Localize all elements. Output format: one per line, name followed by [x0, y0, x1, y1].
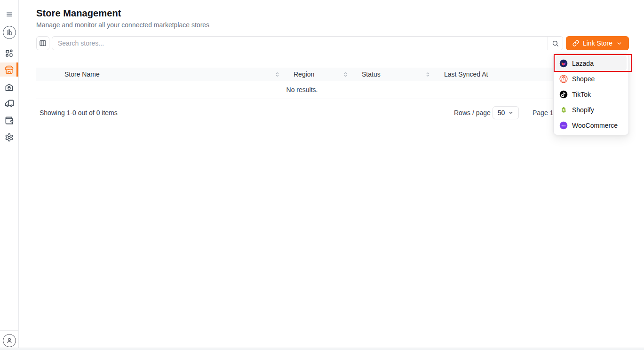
shopify-icon: S — [559, 106, 568, 114]
rows-per-page-label: Rows / page — [454, 109, 491, 117]
no-results-text: No results. — [286, 86, 318, 93]
dropdown-item-label: Lazada — [572, 60, 594, 67]
search-input[interactable] — [52, 37, 548, 50]
column-header-store-name[interactable]: Store Name — [36, 68, 287, 81]
sidebar-account-button[interactable] — [0, 330, 18, 350]
chevron-down-icon — [508, 110, 514, 116]
sidebar-item-stores[interactable] — [0, 62, 18, 77]
column-label: Status — [362, 70, 381, 78]
sidebar-item-wallet[interactable] — [0, 116, 18, 125]
menu-icon — [6, 11, 13, 17]
rows-per-page-value: 50 — [498, 109, 505, 117]
dropdown-item-woocommerce[interactable]: woo WooCommerce — [556, 117, 627, 133]
search-button[interactable] — [548, 37, 563, 50]
svg-text:S: S — [563, 109, 564, 111]
column-label: Region — [294, 70, 314, 78]
company-logo-icon — [3, 26, 16, 39]
sidebar-toggle-button[interactable] — [0, 10, 18, 18]
shopee-icon: S — [559, 75, 568, 83]
search-bar — [52, 36, 563, 50]
svg-text:woo: woo — [561, 124, 566, 126]
woocommerce-icon: woo — [559, 121, 568, 130]
dropdown-item-shopify[interactable]: S Shopify — [556, 102, 627, 117]
dropdown-item-label: TikTok — [572, 91, 591, 98]
search-icon — [552, 40, 559, 47]
sort-icon[interactable] — [274, 71, 280, 78]
table-empty-row: No results. — [36, 81, 629, 99]
table-header-row: Store Name Region Status Last Synced At — [36, 68, 629, 81]
page-indicator: Page 1 — [533, 109, 553, 117]
link-store-dropdown-menu: Lazada S Shopee TikTok S Shopify woo Woo… — [553, 53, 629, 135]
dropdown-item-label: Shopify — [572, 106, 594, 114]
logistics-truck-icon — [5, 99, 14, 108]
sort-icon[interactable] — [425, 71, 431, 78]
dashboard-icon — [5, 49, 14, 58]
chevron-down-icon — [616, 40, 622, 47]
sidebar-item-warehouse[interactable] — [0, 82, 18, 92]
showing-items-text: Showing 1-0 out of 0 items — [40, 109, 118, 117]
active-indicator-bar — [16, 62, 18, 77]
link-icon — [572, 40, 579, 47]
link-store-label: Link Store — [583, 39, 612, 47]
tiktok-icon — [559, 90, 568, 99]
link-store-button[interactable]: Link Store — [566, 36, 629, 50]
dropdown-item-shopee[interactable]: S Shopee — [556, 71, 627, 86]
sort-icon[interactable] — [342, 71, 349, 78]
rows-per-page-select[interactable]: 50 — [493, 106, 519, 119]
sidebar-item-dashboard[interactable] — [0, 48, 18, 58]
page-title: Store Management — [36, 8, 121, 19]
columns-icon — [39, 39, 47, 47]
wallet-icon — [5, 116, 14, 125]
lazada-icon — [559, 59, 568, 68]
column-label: Store Name — [64, 70, 100, 78]
sidebar-item-logistics[interactable] — [0, 99, 18, 108]
page-subtitle: Manage and monitor all your connected ma… — [36, 21, 209, 29]
dropdown-item-label: WooCommerce — [572, 122, 618, 129]
window-bottom-edge — [0, 348, 644, 350]
dropdown-item-lazada[interactable]: Lazada — [556, 55, 627, 71]
dropdown-item-label: Shopee — [572, 75, 595, 83]
column-header-region[interactable]: Region — [287, 68, 355, 81]
app-logo[interactable] — [0, 26, 18, 39]
column-header-status[interactable]: Status — [355, 68, 437, 81]
sidebar — [0, 0, 19, 350]
settings-gear-icon — [5, 133, 14, 142]
dropdown-item-tiktok[interactable]: TikTok — [556, 86, 627, 102]
column-visibility-button[interactable] — [36, 36, 49, 50]
stores-icon — [5, 65, 14, 74]
column-label: Last Synced At — [444, 70, 488, 78]
sidebar-item-settings[interactable] — [0, 132, 18, 142]
warehouse-icon — [5, 83, 14, 92]
user-account-icon — [3, 334, 16, 347]
